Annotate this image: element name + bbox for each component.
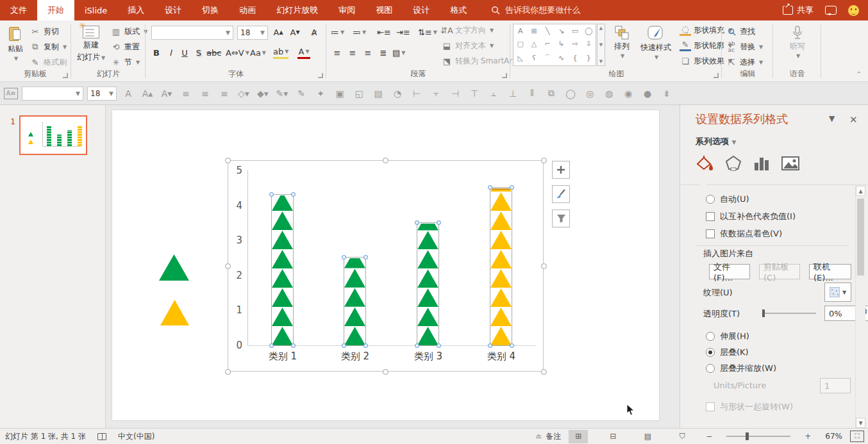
invert-negative-option[interactable]: 以互补色代表负值(I) — [706, 211, 796, 222]
font-color-button[interactable]: A▼ — [297, 46, 310, 59]
select-button[interactable]: ⇱选择▼ — [726, 56, 763, 68]
normal-view-button[interactable]: ⊞ — [569, 430, 588, 443]
rounded-rectangle-shape-icon[interactable]: ▢ — [513, 38, 527, 51]
character-spacing-button[interactable]: A⇔V▼ — [226, 46, 249, 59]
merge-intersect-icon[interactable]: ◉ — [621, 86, 636, 101]
tab-picture-icon[interactable] — [781, 155, 799, 172]
vertical-textbox-shape-icon[interactable]: ⊞ — [527, 24, 540, 38]
tab-设计[interactable]: 设计 — [403, 0, 440, 21]
zoom-percentage[interactable]: 67% — [825, 432, 842, 441]
align-right-icon[interactable]: ≡ — [217, 86, 232, 101]
chart-resize-handle[interactable] — [225, 158, 231, 163]
decrease-font-button[interactable]: A▼ — [288, 26, 301, 38]
bar-selection-handle[interactable] — [291, 192, 296, 197]
align-left-button[interactable]: ≡ — [331, 46, 344, 59]
rectangle-shape-icon[interactable]: ▭ — [568, 24, 581, 38]
pictograph-bar-4[interactable] — [490, 188, 512, 345]
font-dialog-launcher[interactable] — [318, 73, 323, 78]
chart-resize-handle[interactable] — [383, 369, 388, 375]
tab-审阅[interactable]: 审阅 — [328, 0, 365, 21]
grow-font-icon[interactable]: A▴ — [140, 86, 155, 101]
increase-font-button[interactable]: A▲ — [272, 26, 285, 38]
toolbar-font-size-combo[interactable]: 18▼ — [87, 86, 117, 101]
shape-fill-icon[interactable]: ◆▾ — [255, 86, 271, 101]
format-painter-icon[interactable]: ✎ — [294, 86, 309, 101]
align-center-button[interactable]: ≡ — [346, 46, 359, 59]
bullets-button[interactable]: ≔▼ — [331, 26, 344, 38]
objects-align-left-icon[interactable]: ⊢ — [409, 86, 424, 101]
italic-button[interactable]: I — [164, 46, 177, 59]
shapes-gallery[interactable]: A⊞╲↘▭◯▢△⌐↳⇨⇩◺ʕ⌒∿{} — [513, 24, 596, 66]
objects-align-right-icon[interactable]: ⊣ — [447, 86, 463, 101]
elbow-arrow-shape-icon[interactable]: ↳ — [555, 38, 568, 51]
feedback-smiley-icon[interactable] — [848, 5, 859, 16]
oval-shape-icon[interactable]: ◯ — [582, 24, 596, 38]
bar-selection-handle[interactable] — [342, 343, 346, 348]
share-button[interactable]: 共享 — [783, 4, 814, 16]
stack-scale-option[interactable]: 层叠并缩放(W) — [706, 363, 776, 374]
pictograph-bar-2[interactable] — [344, 258, 365, 345]
animation-painter-icon[interactable]: ✦ — [313, 86, 328, 101]
zoom-in-button[interactable]: + — [798, 430, 817, 443]
toolbar-font-name-combo[interactable]: ▼ — [22, 86, 83, 101]
objects-align-center-icon[interactable]: ⫟ — [428, 86, 444, 101]
down-arrow-shape-icon[interactable]: ⇩ — [582, 38, 596, 51]
merge-fragment-icon[interactable]: ◍ — [601, 86, 617, 101]
tab-设计[interactable]: 设计 — [154, 0, 192, 21]
tab-动画[interactable]: 动画 — [229, 0, 266, 21]
clipboard-dialog-launcher[interactable] — [63, 73, 68, 78]
bar-selection-handle[interactable] — [415, 343, 419, 348]
strikethrough-button[interactable]: abc — [206, 46, 221, 59]
shapes-gallery-scrollbar[interactable]: ▲▼▼ — [597, 24, 605, 66]
clear-format-button[interactable]: A̷ — [308, 26, 321, 38]
scrollbar-thumb[interactable] — [857, 199, 864, 275]
fit-to-window-button[interactable]: ⛶ — [850, 431, 864, 442]
bar-selection-handle[interactable] — [437, 343, 441, 348]
chart-resize-handle[interactable] — [541, 263, 547, 269]
objects-align-middle-icon[interactable]: ⫠ — [486, 86, 501, 101]
transparency-slider[interactable] — [762, 313, 816, 314]
objects-align-bottom-icon[interactable]: ⊥ — [505, 86, 521, 101]
pictograph-bar-3[interactable] — [417, 223, 438, 345]
selection-pane-icon[interactable]: ▤ — [371, 86, 386, 101]
line-spacing-button[interactable]: ⇅≡▼ — [418, 26, 437, 38]
texture-picker-button[interactable]: ▼ — [824, 283, 851, 302]
chart-object[interactable]: 012345类别 1类别 2类别 3类别 4 — [228, 160, 544, 372]
bar-selection-handle[interactable] — [415, 220, 419, 225]
underline-button[interactable]: U — [178, 46, 191, 59]
tab-fill-line-icon[interactable] — [696, 155, 714, 172]
tab-幻灯片放映[interactable]: 幻灯片放映 — [266, 0, 328, 21]
series-options-dropdown[interactable]: 系列选项 ▼ — [696, 136, 736, 147]
textbox-icon[interactable]: A≡ — [4, 88, 18, 99]
bar-selection-handle[interactable] — [291, 343, 296, 348]
tab-插入[interactable]: 插入 — [117, 0, 154, 21]
bar-selection-handle[interactable] — [363, 343, 368, 348]
paragraph-dialog-launcher[interactable] — [502, 73, 507, 78]
comments-icon[interactable] — [825, 6, 837, 15]
slideshow-view-button[interactable]: ⛉ — [672, 430, 692, 443]
bar-selection-handle[interactable] — [269, 343, 274, 348]
replace-button[interactable]: abac替换▼ — [726, 41, 763, 53]
stack-option[interactable]: 层叠(K) — [706, 347, 749, 358]
scribble-shape-icon[interactable]: ʕ — [527, 51, 540, 65]
convert-smartart-button[interactable]: ⬔转换为 SmartArt▼ — [441, 55, 523, 67]
bring-forward-icon[interactable]: ▣ — [332, 86, 347, 101]
online-button[interactable]: 联机(E)... — [809, 264, 851, 279]
tab-格式[interactable]: 格式 — [440, 0, 477, 21]
align-left-icon[interactable]: ≡ — [178, 86, 194, 101]
decrease-indent-button[interactable]: ⇤≡ — [377, 26, 391, 38]
shrink-font-icon[interactable]: A▾ — [159, 86, 174, 101]
bar-selection-handle[interactable] — [342, 255, 346, 259]
tab-effects-icon[interactable] — [725, 155, 742, 172]
left-brace-shape-icon[interactable]: { — [568, 51, 581, 65]
zoom-slider[interactable] — [726, 436, 790, 437]
slide-sorter-view-button[interactable]: ⊟ — [603, 430, 622, 443]
quick-styles-button[interactable]: 快速样式▼ — [637, 23, 674, 60]
send-backward-icon[interactable]: ◱ — [351, 86, 367, 101]
bar-selection-handle[interactable] — [488, 185, 492, 190]
vary-colors-option[interactable]: 依数据点着色(V) — [706, 228, 782, 240]
objects-align-top-icon[interactable]: ⊤ — [467, 86, 482, 101]
text-direction-button[interactable]: ⇵A文字方向▼ — [441, 24, 494, 36]
bold-button[interactable]: B — [150, 46, 163, 59]
cut-button[interactable]: ✂剪切 — [29, 26, 59, 37]
